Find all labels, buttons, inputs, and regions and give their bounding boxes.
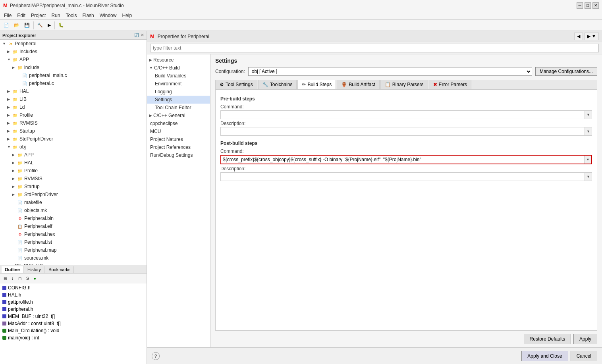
outline-item-maincirculation[interactable]: Main_Circulation() : void: [1, 327, 146, 334]
filter-input[interactable]: [150, 44, 599, 52]
props-tree-run-debug-settings[interactable]: Run/Debug Settings: [147, 151, 210, 159]
tree-item-obj-startup[interactable]: ▶ 📁 Startup: [0, 183, 147, 191]
props-back-button[interactable]: ◀: [574, 33, 583, 40]
menu-tools[interactable]: Tools: [63, 12, 79, 19]
tree-item-obj-app[interactable]: ▶ 📁 APP: [0, 151, 147, 159]
outline-item-main[interactable]: main(void) : int: [1, 334, 146, 341]
outline-item-configh[interactable]: CONFIG.h: [1, 284, 146, 291]
project-explorer-icon-sync[interactable]: 🔄: [134, 33, 139, 37]
post-description-dropdown[interactable]: ▼: [585, 173, 592, 181]
tree-item-makefile[interactable]: ▶ 📄 makefile: [0, 198, 147, 206]
tree-item-app[interactable]: ▼ 📁 APP: [0, 56, 147, 64]
toolbar-run[interactable]: ▶: [46, 21, 53, 29]
outline-item-gattprofileh[interactable]: gattprofile.h: [1, 299, 146, 306]
cancel-button[interactable]: Cancel: [571, 351, 597, 361]
props-tree-cppcheclipse[interactable]: cppcheclipse: [147, 119, 210, 127]
toolbar-build[interactable]: 🔨: [35, 21, 45, 29]
tree-item-peripheral-map[interactable]: ▶ 📄 Peripheral.map: [0, 246, 147, 254]
apply-and-close-button[interactable]: Apply and Close: [521, 351, 568, 361]
tab-error-parsers[interactable]: ✖ Error Parsers: [429, 80, 471, 89]
tree-item-lib[interactable]: ▶ 📁 LIB: [0, 95, 147, 103]
tree-item-includes[interactable]: ▶ 📁 Includes: [0, 48, 147, 56]
outline-item-macaddr[interactable]: MacAddr : const uint8_t[]: [1, 320, 146, 327]
tab-binary-parsers[interactable]: 📋 Binary Parsers: [380, 80, 428, 89]
tab-build-artifact[interactable]: 🏺 Build Artifact: [337, 80, 380, 89]
props-tree-build-variables[interactable]: Build Variables: [147, 72, 210, 80]
menu-project[interactable]: Project: [29, 12, 48, 19]
tree-item-obj-rvmsis[interactable]: ▶ 📁 RVMSIS: [0, 175, 147, 183]
tree-item-peripheral-bin[interactable]: ▶ ⚙ Peripheral.bin: [0, 214, 147, 222]
menu-flash[interactable]: Flash: [80, 12, 96, 19]
outline-collapse-all[interactable]: ⊟: [2, 275, 9, 282]
pre-command-input[interactable]: [221, 111, 585, 119]
maximize-button[interactable]: □: [585, 2, 591, 9]
tree-item-peripheral-c[interactable]: ▶ 📄 peripheral.c: [0, 79, 147, 87]
props-tree-project-natures[interactable]: Project Natures: [147, 135, 210, 143]
props-tree-resource[interactable]: ▶ Resource: [147, 56, 210, 64]
apply-button[interactable]: Apply: [573, 334, 597, 344]
tab-tool-settings[interactable]: ⚙ Tool Settings: [215, 80, 257, 89]
pre-command-dropdown[interactable]: ▼: [585, 111, 592, 119]
tree-item-sources-mk[interactable]: ▶ 📄 sources.mk: [0, 254, 147, 262]
restore-defaults-button[interactable]: Restore Defaults: [524, 334, 571, 344]
tree-item-obj[interactable]: ▼ 📁 obj: [0, 143, 147, 151]
tree-item-hal[interactable]: ▶ 📁 HAL: [0, 87, 147, 95]
pre-description-dropdown[interactable]: ▼: [585, 127, 592, 135]
tree-item-profile[interactable]: ▶ 📁 Profile: [0, 111, 147, 119]
tree-item-stdperiphdriver[interactable]: ▶ 📁 StdPeriphDriver: [0, 135, 147, 143]
props-tree-cpp-general[interactable]: ▶ C/C++ General: [147, 112, 210, 119]
props-tree-project-references[interactable]: Project References: [147, 143, 210, 151]
project-tree[interactable]: ▼ 🗂 Peripheral ▶ 📁 Includes ▼ 📁 APP: [0, 40, 147, 265]
toolbar-save[interactable]: 💾: [22, 21, 32, 29]
menu-edit[interactable]: Edit: [15, 12, 28, 19]
tree-item-obj-stdperiphdriver[interactable]: ▶ 📁 StdPeriphDriver: [0, 191, 147, 198]
tree-item-peripheral[interactable]: ▼ 🗂 Peripheral: [0, 40, 147, 48]
toolbar-open[interactable]: 📂: [12, 21, 21, 29]
menu-help[interactable]: Help: [120, 12, 134, 19]
props-tree-environment[interactable]: Environment: [147, 80, 210, 88]
tab-toolchains[interactable]: 🔧 Toolchains: [258, 80, 297, 89]
project-explorer-close[interactable]: ✕: [141, 33, 144, 38]
help-button[interactable]: ?: [152, 352, 160, 360]
tree-item-objects-mk[interactable]: ▶ 📄 objects.mk: [0, 206, 147, 214]
tree-item-include[interactable]: ▶ 📁 include: [0, 64, 147, 71]
tree-item-ld[interactable]: ▶ 📁 Ld: [0, 103, 147, 111]
toolbar-new[interactable]: 📄: [2, 21, 11, 29]
menu-window[interactable]: Window: [97, 12, 119, 19]
toolbar-debug[interactable]: 🐛: [56, 21, 66, 29]
menu-run[interactable]: Run: [49, 12, 62, 19]
minimize-button[interactable]: ─: [577, 2, 583, 9]
outline-sync[interactable]: ●: [32, 275, 38, 282]
props-tree-tool-chain-editor[interactable]: Tool Chain Editor: [147, 104, 210, 112]
tree-item-startup[interactable]: ▶ 📁 Startup: [0, 127, 147, 135]
tree-item-peripheral-hex[interactable]: ▶ ⚙ Peripheral.hex: [0, 230, 147, 238]
outline-hide-fields[interactable]: ◻: [16, 275, 23, 282]
props-tree-cpp-build[interactable]: ▼ C/C++ Build: [147, 64, 210, 72]
tree-item-rvmsis[interactable]: ▶ 📁 RVMSIS: [0, 119, 147, 127]
tab-build-steps[interactable]: ✏ Build Steps: [297, 80, 336, 89]
props-tree-mcu[interactable]: MCU: [147, 127, 210, 135]
post-description-input[interactable]: [221, 173, 585, 181]
tree-item-obj-hal[interactable]: ▶ 📁 HAL: [0, 159, 147, 167]
outline-item-membuf[interactable]: MEM_BUF : uint32_t[]: [1, 313, 146, 320]
tab-history[interactable]: History: [24, 266, 44, 273]
outline-sort[interactable]: ↕: [10, 275, 15, 282]
tab-outline[interactable]: Outline: [2, 266, 23, 273]
tree-item-peripheral-main-c[interactable]: ▶ 📄 peripheral_main.c: [0, 71, 147, 79]
post-command-dropdown[interactable]: ▼: [584, 156, 591, 164]
props-tree-logging[interactable]: Logging: [147, 88, 210, 96]
tree-item-peripheral-elf[interactable]: ▶ 📋 Peripheral.elf: [0, 222, 147, 230]
pre-description-input[interactable]: [221, 127, 585, 135]
post-command-input[interactable]: [221, 156, 584, 164]
close-button[interactable]: ✕: [592, 2, 599, 9]
tree-item-rf-phy-hp[interactable]: ▶ 🗂 RF_PHY_HP: [0, 262, 147, 265]
outline-item-peripheralh[interactable]: peripheral.h: [1, 306, 146, 313]
config-select[interactable]: obj [ Active ]: [248, 67, 532, 76]
tree-item-obj-profile[interactable]: ▶ 📁 Profile: [0, 167, 147, 175]
menu-file[interactable]: File: [2, 12, 14, 19]
props-forward-button[interactable]: ▶ ▼: [585, 33, 599, 40]
manage-configurations-button[interactable]: Manage Configurations...: [535, 67, 597, 76]
outline-item-halh[interactable]: HAL.h: [1, 291, 146, 299]
outline-hide-static[interactable]: S: [24, 275, 31, 282]
tree-item-peripheral-lst[interactable]: ▶ 📄 Peripheral.lst: [0, 238, 147, 246]
